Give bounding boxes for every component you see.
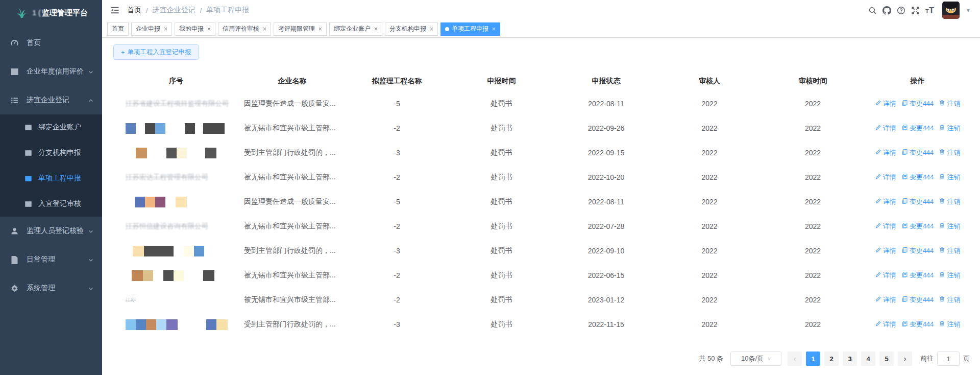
column-header: 操作	[865, 77, 970, 86]
tab-单项工程申报[interactable]: 单项工程申报 ×	[440, 22, 500, 36]
sidebar-item-企业年度信用评价[interactable]: 企业年度信用评价	[0, 57, 102, 86]
tab-分支机构申报[interactable]: 分支机构申报 ×	[385, 22, 438, 36]
sidebar-item-首页[interactable]: 首页	[0, 29, 102, 57]
close-icon[interactable]: ×	[318, 26, 322, 32]
goto-page-input[interactable]	[937, 351, 960, 366]
详情-link[interactable]: 详情	[875, 173, 896, 182]
sidebar-item-label: 单项工程申报	[38, 174, 81, 183]
注销-link[interactable]: 注销	[939, 197, 960, 206]
close-icon[interactable]: ×	[374, 26, 378, 32]
book-icon	[10, 67, 19, 76]
page-button-2[interactable]: 2	[824, 351, 839, 366]
cell-seq-redacted: 江苏恒信建设咨询有限公司	[112, 222, 240, 231]
cell-declare-time: 处罚书	[449, 295, 554, 304]
delete-icon	[939, 247, 945, 255]
chevron-down-icon[interactable]: ▼	[966, 8, 971, 13]
sidebar-item-分支机构申报[interactable]: 分支机构申报	[0, 140, 102, 166]
cell-company: 被无锡市和宜兴市级主管部...	[240, 271, 345, 280]
注销-link[interactable]: 注销	[939, 222, 960, 231]
详情-link[interactable]: 详情	[875, 320, 896, 329]
cell-company: 因监理责任造成一般质量安...	[240, 197, 345, 206]
注销-link[interactable]: 注销	[939, 99, 960, 108]
add-declaration-button[interactable]: + 单项工程入宜登记申报	[113, 44, 199, 60]
chevron-down-icon	[88, 256, 94, 263]
page-button-3[interactable]: 3	[843, 351, 857, 366]
详情-link[interactable]: 详情	[875, 148, 896, 157]
app-title: 1 (监理管理平台	[32, 8, 87, 18]
变更444-link[interactable]: 变更444	[901, 148, 934, 157]
详情-link[interactable]: 详情	[875, 197, 896, 206]
breadcrumb: 首页/进宜企业登记/单项工程申报	[127, 6, 249, 15]
变更444-link[interactable]: 变更444	[901, 295, 934, 304]
tab-信用评价审核[interactable]: 信用评价审核 ×	[218, 22, 271, 36]
变更444-link[interactable]: 变更444	[901, 271, 934, 280]
close-icon[interactable]: ×	[164, 26, 167, 32]
变更444-link[interactable]: 变更444	[901, 197, 934, 206]
tab-我的申报[interactable]: 我的申报 ×	[175, 22, 215, 36]
sidebar-item-label: 分支机构申报	[38, 148, 81, 157]
变更444-link[interactable]: 变更444	[901, 99, 934, 108]
sidebar-item-绑定企业账户[interactable]: 绑定企业账户	[0, 114, 102, 140]
breadcrumb-item[interactable]: 首页	[127, 6, 141, 15]
注销-link[interactable]: 注销	[939, 271, 960, 280]
tab-企业申报[interactable]: 企业申报 ×	[131, 22, 172, 36]
变更444-link[interactable]: 变更444	[901, 222, 934, 231]
close-icon[interactable]: ×	[263, 26, 266, 32]
table-row: 受到主管部门行政处罚的，... -3 处罚书 2022-11-15 2022 2…	[112, 312, 970, 337]
sidebar-item-监理人员登记核验[interactable]: 监理人员登记核验	[0, 217, 102, 245]
变更444-link[interactable]: 变更444	[901, 320, 934, 329]
next-page-button[interactable]: ›	[898, 351, 912, 366]
page-button-5[interactable]: 5	[879, 351, 894, 366]
page-button-1[interactable]: 1	[806, 351, 820, 366]
详情-link[interactable]: 详情	[875, 222, 896, 231]
sidebar-item-label: 监理人员登记核验	[27, 226, 84, 236]
document-icon	[901, 320, 908, 329]
变更444-link[interactable]: 变更444	[901, 124, 934, 133]
cell-seq-redacted	[112, 270, 240, 281]
fullscreen-icon[interactable]	[911, 6, 920, 15]
详情-link[interactable]: 详情	[875, 271, 896, 280]
tab-绑定企业账户[interactable]: 绑定企业账户 ×	[329, 22, 382, 36]
avatar[interactable]	[942, 2, 960, 19]
close-icon[interactable]: ×	[207, 26, 211, 32]
sidebar-item-系统管理[interactable]: 系统管理	[0, 274, 102, 302]
redacted-mosaic	[126, 197, 187, 207]
注销-link[interactable]: 注销	[939, 246, 960, 255]
github-icon[interactable]	[883, 6, 892, 15]
变更444-link[interactable]: 变更444	[901, 173, 934, 182]
edit-icon	[875, 198, 881, 206]
注销-link[interactable]: 注销	[939, 320, 960, 329]
font-size-icon[interactable]: TT	[925, 6, 934, 15]
tab-考评期限管理[interactable]: 考评期限管理 ×	[274, 22, 327, 36]
page-size-select[interactable]: 10条/页 ˅	[730, 351, 781, 366]
tab-首页[interactable]: 首页	[107, 22, 129, 36]
cell-seq-redacted: 江苏省建设工程项目监理有限公司	[112, 99, 240, 108]
help-icon[interactable]	[897, 6, 906, 15]
cell-seq-redacted	[112, 319, 240, 330]
详情-link[interactable]: 详情	[875, 295, 896, 304]
sidebar-item-单项工程申报[interactable]: 单项工程申报	[0, 166, 102, 191]
hamburger-icon[interactable]	[110, 5, 120, 15]
redacted-text: 江苏恒信建设咨询有限公司	[126, 222, 208, 231]
grid-icon	[24, 200, 32, 208]
close-icon[interactable]: ×	[492, 26, 496, 32]
main-content: + 单项工程入宜登记申报 序号企业名称拟监理工程名称申报时间申报状态审核人审核时…	[102, 38, 980, 375]
sidebar-item-入宜登记审核[interactable]: 入宜登记审核	[0, 191, 102, 217]
注销-link[interactable]: 注销	[939, 173, 960, 182]
page-button-4[interactable]: 4	[861, 351, 875, 366]
注销-link[interactable]: 注销	[939, 295, 960, 304]
cell-declare-status: 2022-09-26	[554, 124, 658, 132]
cell-actions: 详情变更444注销	[865, 320, 970, 329]
close-icon[interactable]: ×	[430, 26, 433, 32]
sidebar-item-进宜企业登记[interactable]: 进宜企业登记	[0, 86, 102, 114]
search-icon[interactable]	[868, 6, 877, 15]
注销-link[interactable]: 注销	[939, 124, 960, 133]
cell-actions: 详情变更444注销	[865, 173, 970, 182]
sidebar-item-日常管理[interactable]: 日常管理	[0, 245, 102, 274]
注销-link[interactable]: 注销	[939, 148, 960, 157]
变更444-link[interactable]: 变更444	[901, 246, 934, 255]
详情-link[interactable]: 详情	[875, 99, 896, 108]
详情-link[interactable]: 详情	[875, 124, 896, 133]
cell-declare-time: 处罚书	[449, 99, 554, 108]
详情-link[interactable]: 详情	[875, 246, 896, 255]
